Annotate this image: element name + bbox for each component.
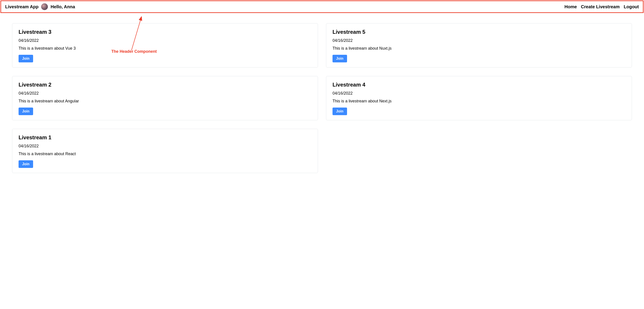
- card-title: Livestream 4: [332, 82, 626, 88]
- main-content: Livestream 3 04/16/2022 This is a livest…: [0, 14, 644, 182]
- header: Livestream App Hello, Anna Home Create L…: [0, 0, 644, 13]
- livestream-card: Livestream 5 04/16/2022 This is a livest…: [326, 23, 632, 68]
- header-nav: Home Create Livestream Logout: [564, 4, 639, 10]
- card-date: 04/16/2022: [18, 38, 312, 43]
- livestream-card: Livestream 2 04/16/2022 This is a livest…: [12, 76, 318, 120]
- card-description: This is a livestream about Nuxt.js: [332, 46, 626, 51]
- card-title: Livestream 1: [18, 134, 312, 141]
- nav-create-livestream[interactable]: Create Livestream: [581, 4, 620, 10]
- join-button[interactable]: Join: [18, 160, 33, 168]
- join-button[interactable]: Join: [332, 108, 347, 115]
- card-description: This is a livestream about Vue 3: [18, 46, 312, 51]
- card-description: This is a livestream about React: [18, 152, 312, 156]
- header-left: Livestream App Hello, Anna: [5, 3, 75, 10]
- card-date: 04/16/2022: [332, 91, 626, 96]
- join-button[interactable]: Join: [332, 55, 347, 62]
- livestream-card: Livestream 1 04/16/2022 This is a livest…: [12, 129, 318, 173]
- join-button[interactable]: Join: [18, 55, 33, 62]
- card-description: This is a livestream about Angular: [18, 99, 312, 104]
- greeting: Hello, Anna: [50, 4, 75, 10]
- avatar[interactable]: [41, 3, 48, 10]
- card-title: Livestream 5: [332, 29, 626, 35]
- nav-home[interactable]: Home: [564, 4, 577, 10]
- card-title: Livestream 3: [18, 29, 312, 35]
- card-title: Livestream 2: [18, 82, 312, 88]
- livestream-card: Livestream 4 04/16/2022 This is a livest…: [326, 76, 632, 120]
- nav-logout[interactable]: Logout: [624, 4, 639, 10]
- card-date: 04/16/2022: [18, 144, 312, 148]
- card-date: 04/16/2022: [18, 91, 312, 96]
- card-date: 04/16/2022: [332, 38, 626, 43]
- app-title: Livestream App: [5, 4, 38, 10]
- card-description: This is a livestream about Next.js: [332, 99, 626, 104]
- join-button[interactable]: Join: [18, 108, 33, 115]
- livestream-card: Livestream 3 04/16/2022 This is a livest…: [12, 23, 318, 68]
- livestream-grid: Livestream 3 04/16/2022 This is a livest…: [12, 23, 632, 173]
